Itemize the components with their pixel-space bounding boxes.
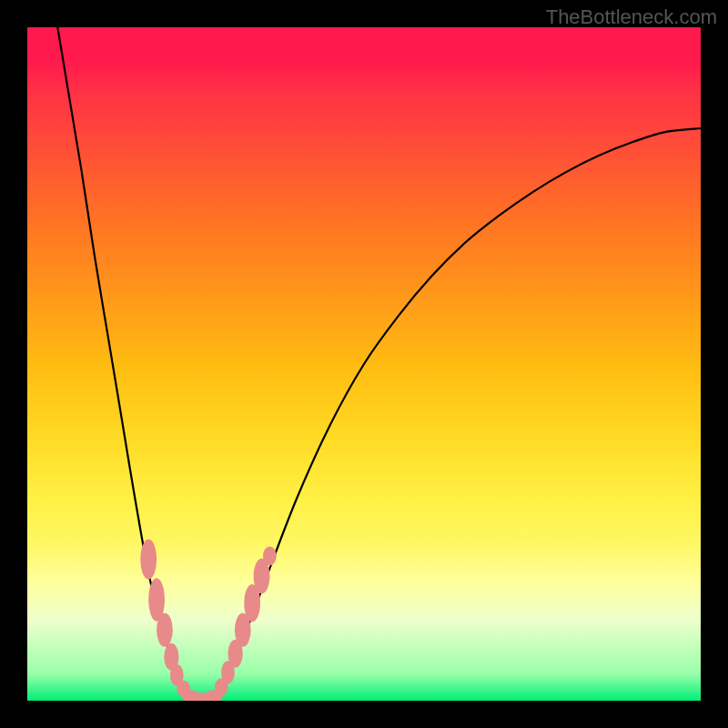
bead-marker [140,539,157,579]
plot-area [27,27,701,701]
bead-cluster [140,539,276,701]
curve-svg [27,27,701,701]
chart-frame: TheBottleneck.com [0,0,728,728]
bead-marker [157,613,173,647]
watermark-text: TheBottleneck.com [546,5,717,29]
bead-marker [263,547,277,566]
